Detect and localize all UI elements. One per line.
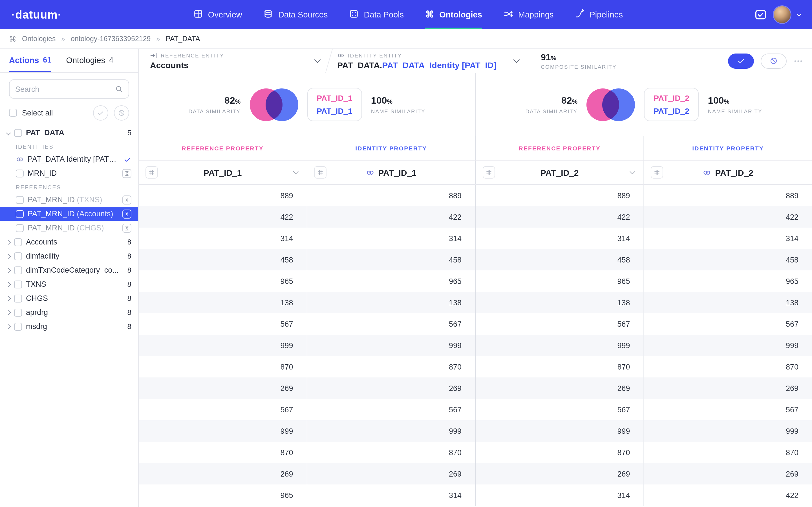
percent-sign: %: [551, 54, 557, 61]
chevron-down-icon[interactable]: [513, 57, 520, 63]
select-all-checkbox[interactable]: [9, 109, 17, 117]
table-cell: 458: [307, 249, 475, 270]
breadcrumb-item-ontologies[interactable]: Ontologies: [22, 35, 56, 43]
table-cell: 269: [307, 463, 475, 485]
reference-entity-icon: [150, 52, 157, 59]
table-cell: 567: [644, 399, 812, 420]
column-header-ref-2[interactable]: PAT_ID_2: [475, 161, 644, 184]
chevron-right-icon[interactable]: [6, 324, 11, 329]
checkbox[interactable]: [14, 280, 22, 288]
tree-item-accounts[interactable]: Accounts 8: [0, 235, 138, 249]
table-cell: 870: [307, 442, 475, 463]
checkbox[interactable]: [14, 294, 22, 302]
table-cell: 567: [139, 313, 307, 335]
chevron-down-icon[interactable]: [797, 11, 801, 16]
checkbox[interactable]: [14, 252, 22, 260]
nav-item-overview[interactable]: Overview: [193, 0, 242, 29]
column-header-id-2[interactable]: PAT_ID_2: [644, 161, 812, 184]
avatar[interactable]: [774, 6, 791, 23]
reference-property-name: PAT_ID_1: [317, 94, 352, 103]
breadcrumb: ⌘ Ontologies » ontology-1673633952129 » …: [0, 29, 812, 49]
tree-item-txns[interactable]: TXNS 8: [0, 277, 138, 291]
checkbox[interactable]: [16, 196, 24, 204]
property-pair-badge: PAT_ID_1 PAT_ID_1: [307, 88, 362, 121]
tree-item-aprdrg[interactable]: aprdrg 8: [0, 305, 138, 320]
percent-sign: %: [724, 98, 730, 105]
checkbox[interactable]: [16, 210, 24, 218]
table-cell: 269: [139, 378, 307, 399]
table-cell: 999: [475, 335, 644, 356]
chevron-right-icon[interactable]: [6, 296, 11, 301]
checkbox[interactable]: [14, 266, 22, 274]
table-cell: 422: [644, 206, 812, 228]
chevron-right-icon[interactable]: [6, 240, 11, 244]
chevron-down-icon[interactable]: [6, 130, 11, 135]
chevron-right-icon[interactable]: [6, 268, 11, 273]
breadcrumb-separator: »: [61, 35, 65, 43]
tree-item-label: PAT_DATA Identity [PAT_ID]: [28, 155, 119, 163]
table-cell: 314: [475, 485, 644, 506]
breadcrumb-separator: »: [156, 35, 160, 43]
tree-item-chgs[interactable]: CHGS 8: [0, 291, 138, 305]
reference-entity-select[interactable]: REFERENCE ENTITY Accounts: [139, 49, 329, 73]
reject-button[interactable]: [761, 53, 786, 68]
chevron-right-icon[interactable]: [6, 282, 11, 287]
tree-item-pat-data-identity[interactable]: PAT_DATA Identity [PAT_ID]: [0, 152, 138, 166]
checkbox[interactable]: [14, 308, 22, 316]
nav-item-mappings[interactable]: Mappings: [504, 0, 554, 29]
panel-toggle-button[interactable]: [755, 8, 767, 21]
column-header-id-1[interactable]: PAT_ID_1: [307, 161, 475, 184]
select-all-label: Select all: [22, 108, 53, 117]
more-options-button[interactable]: [794, 56, 803, 66]
tab-ontologies[interactable]: Ontologies 4: [66, 49, 113, 72]
ontologies-icon: ⌘: [425, 10, 434, 19]
table-cell: 422: [139, 206, 307, 228]
nav-item-pipelines[interactable]: Pipelines: [575, 0, 623, 29]
hash-icon: [314, 166, 326, 179]
checkbox[interactable]: [16, 224, 24, 232]
chevron-right-icon[interactable]: [6, 310, 11, 315]
checkbox[interactable]: [14, 323, 22, 330]
approve-button[interactable]: [728, 53, 754, 68]
checkbox[interactable]: [14, 129, 22, 136]
column-header-ref-1[interactable]: PAT_ID_1: [139, 161, 307, 184]
nav-item-data-sources[interactable]: Data Sources: [264, 0, 328, 29]
reference-property-header: REFERENCE PROPERTY: [139, 136, 307, 160]
checkbox[interactable]: [14, 238, 22, 246]
percent-sign: %: [387, 98, 393, 105]
table-row: 999999999999: [139, 335, 812, 356]
tree-item-ref-txns[interactable]: PAT_MRN_ID (TXNS): [0, 193, 138, 207]
table-cell: 138: [307, 292, 475, 313]
breadcrumb-item-ontology-id[interactable]: ontology-1673633952129: [71, 35, 151, 43]
search-input[interactable]: [15, 85, 110, 93]
chevron-right-icon[interactable]: [6, 254, 11, 259]
table-cell: 567: [644, 313, 812, 335]
link-icon: [703, 168, 711, 177]
checkbox[interactable]: [16, 169, 24, 177]
tree-item-dimtxncodecategory[interactable]: dimTxnCodeCategory_co... 8: [0, 263, 138, 277]
tree-item-mrn-id[interactable]: MRN_ID: [0, 166, 138, 180]
tab-actions[interactable]: Actions 61: [9, 49, 51, 72]
approve-all-button[interactable]: [93, 105, 108, 120]
identity-entity-select[interactable]: IDENTITY ENTITY PAT_DATA.PAT_DATA_Identi…: [329, 49, 528, 73]
table-row: 870870870870: [139, 442, 812, 463]
tree-item-ref-accounts[interactable]: PAT_MRN_ID (Accounts): [0, 207, 138, 221]
property-header-row: REFERENCE PROPERTY IDENTITY PROPERTY REF…: [139, 136, 812, 161]
reject-all-button[interactable]: [114, 105, 129, 120]
tree-item-msdrg[interactable]: msdrg 8: [0, 320, 138, 334]
chevron-down-icon[interactable]: [293, 169, 299, 174]
chevron-down-icon[interactable]: [314, 57, 321, 63]
nav-item-ontologies[interactable]: ⌘ Ontologies: [425, 0, 482, 29]
toolbar: REFERENCE ENTITY Accounts IDENTITY ENTIT…: [139, 49, 812, 73]
tree-item-ref-chgs[interactable]: PAT_MRN_ID (CHGS): [0, 221, 138, 235]
tree-item-label: dimfacility: [26, 252, 59, 260]
chevron-down-icon[interactable]: [630, 169, 636, 174]
table-row: 269269269269: [139, 378, 812, 399]
nav-item-label: Mappings: [518, 10, 554, 19]
table-cell: 567: [307, 399, 475, 420]
tree-item-pat-data[interactable]: PAT_DATA 5: [0, 126, 138, 140]
table-cell: 889: [475, 185, 644, 206]
identity-property-name: PAT_ID_2: [654, 107, 689, 115]
tree-item-dimfacility[interactable]: dimfacility 8: [0, 249, 138, 263]
nav-item-data-pools[interactable]: Data Pools: [349, 0, 404, 29]
